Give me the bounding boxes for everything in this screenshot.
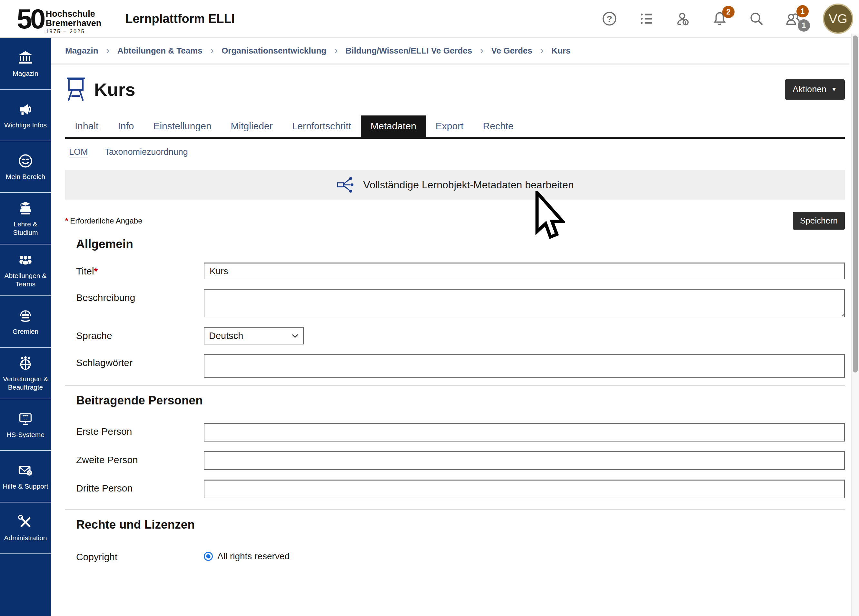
- mail-help-icon: ?: [17, 462, 34, 479]
- chevron-down-icon: [292, 334, 298, 338]
- sidebar-label: Magazin: [12, 69, 38, 78]
- sidebar-label: Hilfe & Support: [3, 482, 48, 491]
- actions-button-label: Aktionen: [793, 84, 826, 94]
- sprache-label: Sprache: [76, 327, 204, 344]
- erste-person-label: Erste Person: [76, 423, 204, 441]
- sidebar-item-wichtige-infos[interactable]: Wichtige Infos: [0, 90, 51, 141]
- sidebar-item-hs-systeme[interactable]: *** HS-Systeme: [0, 399, 51, 451]
- bank-icon: [17, 49, 34, 66]
- breadcrumb-item[interactable]: Magazin: [65, 46, 98, 56]
- required-hint: *Erforderliche Angabe: [65, 216, 142, 225]
- sidebar-label: Gremien: [12, 327, 39, 336]
- scrollbar-thumb[interactable]: [853, 36, 858, 372]
- globe-people-icon: [17, 355, 34, 372]
- tab-metadaten[interactable]: Metadaten: [361, 116, 426, 137]
- committee-icon: ★: [17, 307, 34, 324]
- breadcrumb-item[interactable]: Ve Gerdes: [491, 46, 533, 56]
- user-status-icon[interactable]: !: [674, 10, 692, 28]
- tab-mitglieder[interactable]: Mitglieder: [221, 116, 283, 137]
- bell-badge: 2: [722, 6, 734, 18]
- beschreibung-label: Beschreibung: [76, 289, 204, 317]
- sidebar-label: Vertretungen & Beauftragte: [1, 375, 50, 392]
- course-icon: [65, 76, 86, 103]
- contacts-badge-total: 1: [798, 19, 810, 31]
- sidebar-label: Mein Bereich: [6, 172, 45, 181]
- megaphone-icon: [17, 101, 34, 118]
- breadcrumb-item[interactable]: Organisationsentwicklung: [222, 46, 326, 56]
- sidebar-label: Lehre & Studium: [1, 220, 50, 237]
- copyright-option-label: All rights reserved: [217, 551, 290, 561]
- logo-years: 1975 – 2025: [46, 29, 102, 34]
- svg-text:***: ***: [23, 413, 28, 419]
- subtab-taxonomiezuordnung[interactable]: Taxonomiezuordnung: [105, 147, 188, 157]
- breadcrumb-item[interactable]: Abteilungen & Teams: [117, 46, 203, 56]
- edit-full-metadata-label: Vollständige Lernobjekt-Metadaten bearbe…: [363, 179, 574, 191]
- sidebar-item-lehre-studium[interactable]: Lehre & Studium: [0, 193, 51, 244]
- erste-person-input[interactable]: [204, 423, 845, 441]
- tools-icon: [17, 514, 34, 530]
- sidebar-item-magazin[interactable]: Magazin: [0, 38, 51, 90]
- university-logo[interactable]: 50 Hochschule Bremerhaven 1975 – 2025: [17, 3, 101, 34]
- required-hint-text: Erforderliche Angabe: [70, 216, 142, 225]
- svg-text:!: !: [685, 19, 687, 25]
- copyright-radio[interactable]: [204, 552, 213, 561]
- scrollbar-track[interactable]: [851, 34, 859, 616]
- sidebar-item-abteilungen-teams[interactable]: Abteilungen & Teams: [0, 244, 51, 296]
- avatar[interactable]: VG: [823, 3, 853, 34]
- required-asterisk: *: [65, 216, 68, 225]
- tab-export[interactable]: Export: [426, 116, 473, 137]
- logo-50: 50: [17, 8, 44, 30]
- sidebar-item-administration[interactable]: Administration: [0, 502, 51, 554]
- tab-bar: Inhalt Info Einstellungen Mitglieder Ler…: [65, 116, 845, 139]
- sidebar-item-mein-bereich[interactable]: Mein Bereich: [0, 141, 51, 193]
- logo-institution-line1: Hochschule: [46, 9, 102, 19]
- zweite-person-input[interactable]: [204, 451, 845, 470]
- subtab-lom[interactable]: LOM: [69, 147, 88, 157]
- tab-einstellungen[interactable]: Einstellungen: [144, 116, 221, 137]
- sidebar-item-gremien[interactable]: ★ Gremien: [0, 296, 51, 348]
- save-button[interactable]: Speichern: [793, 212, 845, 230]
- tab-info[interactable]: Info: [108, 116, 144, 137]
- dritte-person-label: Dritte Person: [76, 480, 204, 498]
- zweite-person-label: Zweite Person: [76, 451, 204, 470]
- search-icon[interactable]: [747, 10, 765, 28]
- list-icon[interactable]: [637, 10, 655, 28]
- subtab-bar: LOM Taxonomiezuordnung: [65, 147, 845, 157]
- logo-institution-line2: Bremerhaven: [46, 19, 102, 28]
- titel-input[interactable]: [204, 263, 845, 279]
- dritte-person-input[interactable]: [204, 480, 845, 498]
- section-beitragende: Beitragende Personen: [76, 394, 845, 407]
- help-icon[interactable]: ?: [600, 10, 618, 28]
- svg-text:?: ?: [606, 14, 612, 24]
- tab-rechte[interactable]: Rechte: [473, 116, 523, 137]
- breadcrumb: Magazin › Abteilungen & Teams › Organisa…: [51, 38, 849, 65]
- svg-text:?: ?: [28, 471, 31, 475]
- sprache-select[interactable]: Deutsch: [204, 327, 304, 344]
- caret-down-icon: ▼: [831, 86, 837, 93]
- notification-bell-icon[interactable]: 2: [711, 10, 729, 28]
- section-divider: [65, 509, 845, 510]
- sidebar-item-hilfe-support[interactable]: ? Hilfe & Support: [0, 451, 51, 502]
- breadcrumb-separator-icon: ›: [540, 44, 544, 56]
- breadcrumb-item[interactable]: Bildung/Wissen/ELLI Ve Gerdes: [346, 46, 472, 56]
- breadcrumb-item[interactable]: Kurs: [551, 46, 570, 56]
- sidebar-label: Administration: [4, 534, 47, 542]
- sidebar-item-vertretungen[interactable]: Vertretungen & Beauftragte: [0, 348, 51, 399]
- tab-lernfortschritt[interactable]: Lernfortschritt: [283, 116, 361, 137]
- section-rechte: Rechte und Lizenzen: [76, 518, 845, 532]
- contacts-badge-new: 1: [797, 5, 809, 17]
- beschreibung-textarea[interactable]: [204, 289, 845, 317]
- tab-inhalt[interactable]: Inhalt: [65, 116, 108, 137]
- edit-full-metadata-banner[interactable]: Vollständige Lernobjekt-Metadaten bearbe…: [65, 170, 845, 200]
- actions-button[interactable]: Aktionen ▼: [785, 79, 845, 100]
- schlagwoerter-input[interactable]: [204, 354, 845, 378]
- topbar: 50 Hochschule Bremerhaven 1975 – 2025 Le…: [0, 0, 859, 38]
- page-title: Kurs: [94, 79, 136, 100]
- sidebar: Magazin Wichtige Infos Mein Bereich Lehr…: [0, 38, 51, 616]
- breadcrumb-separator-icon: ›: [334, 44, 337, 56]
- contacts-icon[interactable]: 1 1: [784, 10, 802, 28]
- breadcrumb-separator-icon: ›: [210, 44, 214, 56]
- section-divider: [65, 385, 845, 386]
- main-content: Magazin › Abteilungen & Teams › Organisa…: [51, 38, 849, 616]
- people-group-icon: [17, 252, 34, 268]
